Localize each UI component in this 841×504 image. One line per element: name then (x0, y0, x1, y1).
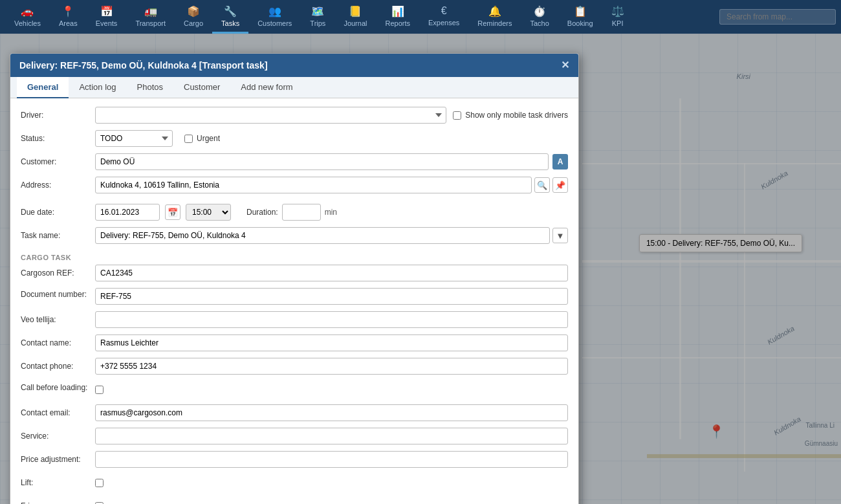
tab-customer[interactable]: Customer (173, 77, 230, 98)
driver-row: Driver: Show only mobile task drivers (21, 106, 568, 124)
frigo-label: Frigo: (21, 501, 95, 504)
call-before-checkbox[interactable] (95, 386, 104, 394)
nav-trips-label: Trips (310, 19, 325, 27)
calendar-button[interactable]: 📅 (165, 204, 180, 220)
nav-booking[interactable]: 📋 Booking (558, 0, 602, 34)
modal-body: Driver: Show only mobile task drivers St… (10, 98, 578, 504)
status-row: Status: TODO DONE IN PROGRESS Urgent (21, 129, 568, 148)
contact-name-input[interactable] (95, 334, 568, 351)
nav-tacho-label: Tacho (530, 19, 549, 27)
status-select[interactable]: TODO DONE IN PROGRESS (95, 130, 173, 147)
contact-email-input[interactable] (95, 404, 568, 421)
due-time-select[interactable]: 15:00 (186, 204, 231, 221)
trips-icon: 🗺️ (311, 5, 324, 17)
navbar-right (719, 9, 836, 25)
nav-transport[interactable]: 🚛 Transport (126, 0, 175, 34)
lift-checkbox[interactable] (95, 479, 104, 487)
status-label: Status: (21, 134, 95, 143)
reports-icon: 📊 (391, 5, 404, 17)
nav-customers[interactable]: 👥 Customers (248, 0, 301, 34)
frigo-row: Frigo: (21, 497, 568, 504)
show-mobile-checkbox-group: Show only mobile task drivers (453, 111, 568, 120)
task-name-label: Task name: (21, 231, 95, 240)
booking-icon: 📋 (574, 5, 587, 17)
nav-trips[interactable]: 🗺️ Trips (301, 0, 334, 34)
veo-tellija-input[interactable] (95, 311, 568, 328)
cargoson-ref-input[interactable] (95, 265, 568, 281)
veo-tellija-row: Veo tellija: (21, 311, 568, 329)
service-input[interactable] (95, 428, 568, 444)
main-area: Kirsi Kuldnoka Kuldnoka Kuldnoka Tallinn… (0, 34, 841, 504)
areas-icon: 📍 (61, 5, 74, 17)
nav-cargo[interactable]: 📦 Cargo (175, 0, 212, 34)
nav-expenses-label: Expenses (428, 19, 459, 27)
address-search-button[interactable]: 🔍 (534, 177, 550, 193)
frigo-checkbox[interactable] (95, 502, 104, 505)
journal-icon: 📒 (349, 5, 362, 17)
task-name-row: Task name: ▼ (21, 226, 568, 245)
contact-name-row: Contact name: (21, 334, 568, 352)
nav-tasks-label: Tasks (221, 19, 239, 27)
reminders-icon: 🔔 (488, 5, 501, 17)
document-number-row: Document number: (21, 287, 568, 305)
modal-tabs: General Action log Photos Customer Add n… (10, 77, 578, 98)
tab-general[interactable]: General (17, 77, 69, 98)
contact-phone-row: Contact phone: (21, 357, 568, 375)
customers-icon: 👥 (268, 5, 281, 17)
nav-customers-label: Customers (257, 19, 292, 27)
address-row: Address: 🔍 📌 (21, 176, 568, 194)
tacho-icon: ⏱️ (533, 5, 546, 17)
nav-tasks[interactable]: 🔧 Tasks (212, 0, 248, 34)
nav-kpi[interactable]: ⚖️ KPI (602, 0, 633, 34)
address-input[interactable] (95, 177, 532, 193)
show-mobile-checkbox[interactable] (453, 111, 461, 120)
contact-name-label: Contact name: (21, 338, 95, 347)
due-date-input[interactable] (95, 204, 160, 221)
duration-input[interactable] (282, 204, 321, 221)
cargoson-ref-row: Cargoson REF: (21, 264, 568, 282)
vehicles-icon: 🚗 (21, 5, 34, 17)
nav-kpi-label: KPI (612, 19, 624, 27)
due-date-row: Due date: 📅 15:00 Duration: min (21, 203, 568, 221)
customer-action-button[interactable]: A (552, 154, 568, 170)
modal-close-button[interactable]: ✕ (561, 60, 569, 71)
urgent-label: Urgent (197, 134, 220, 143)
document-number-label: Document number: (21, 287, 95, 299)
tab-action-log[interactable]: Action log (69, 77, 126, 98)
nav-tacho[interactable]: ⏱️ Tacho (521, 0, 558, 34)
document-number-input[interactable] (95, 288, 568, 305)
customer-input[interactable] (95, 153, 549, 170)
tab-add-new-form[interactable]: Add new form (230, 77, 303, 98)
cargoson-ref-label: Cargoson REF: (21, 268, 95, 278)
nav-reports-label: Reports (385, 19, 410, 27)
nav-events[interactable]: 📅 Events (87, 0, 127, 34)
urgent-checkbox-group: Urgent (184, 134, 220, 143)
tab-photos[interactable]: Photos (127, 77, 173, 98)
nav-vehicles[interactable]: 🚗 Vehicles (5, 0, 50, 34)
driver-select[interactable] (95, 107, 446, 124)
nav-vehicles-label: Vehicles (14, 19, 41, 27)
show-mobile-label: Show only mobile task drivers (465, 111, 568, 120)
contact-email-label: Contact email: (21, 408, 95, 417)
price-adjustment-input[interactable] (95, 451, 568, 468)
cargo-icon: 📦 (187, 5, 200, 17)
address-pin-button[interactable]: 📌 (552, 177, 568, 193)
duration-unit: min (325, 208, 337, 217)
nav-expenses[interactable]: € Expenses (419, 0, 468, 34)
urgent-checkbox[interactable] (184, 135, 193, 143)
contact-phone-input[interactable] (95, 358, 568, 375)
call-before-row: Call before loading: (21, 380, 568, 399)
nav-reports[interactable]: 📊 Reports (376, 0, 419, 34)
task-name-dropdown-button[interactable]: ▼ (552, 228, 568, 243)
task-name-input[interactable] (95, 227, 550, 244)
nav-booking-label: Booking (567, 19, 593, 27)
expenses-icon: € (441, 5, 447, 17)
nav-reminders-label: Reminders (477, 19, 512, 27)
address-label: Address: (21, 181, 95, 190)
nav-reminders[interactable]: 🔔 Reminders (468, 0, 521, 34)
cargo-task-section-header: CARGO TASK (21, 250, 568, 264)
nav-areas[interactable]: 📍 Areas (50, 0, 87, 34)
modal-title: Delivery: REF-755, Demo OÜ, Kuldnoka 4 [… (19, 60, 268, 71)
search-input[interactable] (719, 9, 836, 25)
nav-journal[interactable]: 📒 Journal (334, 0, 376, 34)
